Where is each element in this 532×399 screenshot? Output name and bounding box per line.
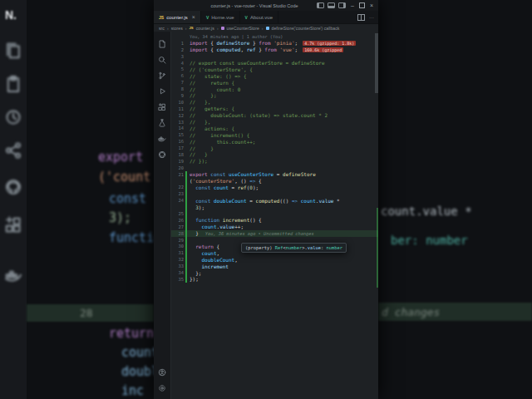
code-row[interactable]: 14// actions: { [171,125,378,131]
settings-icon[interactable] [158,380,166,396]
code-row[interactable]: 19// }); [171,158,378,165]
modified-line-marker [185,204,187,210]
line-number: 35 [171,277,184,282]
breadcrumb-file[interactable]: counter.js [196,26,214,31]
breadcrumb-symbol[interactable]: useCounterStore [227,26,259,31]
code-row[interactable]: 11// getters: { [171,106,378,112]
code-row[interactable]: 24 const doubleCount = computed(() => co… [171,197,378,204]
modified-line-marker [185,210,187,217]
code-row[interactable]: 25 [171,210,378,217]
line-number: 12 [171,113,184,118]
code-row[interactable]: 32 doubleCount, [171,256,378,263]
code-row[interactable]: 18// } [171,151,378,158]
code-row[interactable]: 15// increment() { [171,131,378,138]
line-number: 30 [171,244,184,249]
code-text: You, 34 minutes ago | 1 author (You) [190,33,378,39]
code-row[interactable]: 21export const useCounterStore = defineS… [171,171,378,178]
bg-line-number: 28 [80,307,93,319]
code-row[interactable]: 17// } [171,145,378,151]
vue-icon: V [206,15,209,20]
close-tab-icon[interactable]: × [192,14,195,20]
code-row[interactable]: 16// this.count++; [171,138,378,145]
code-row[interactable]: 12// doubleCount: (state) => state.count… [171,112,378,119]
tab-counter-js[interactable]: JS counter.js × [154,11,201,23]
maximize-button[interactable] [359,2,365,8]
toggle-secondary-sidebar-icon[interactable] [338,2,346,8]
code-row[interactable]: 8// count: 0 [171,86,378,92]
files-icon [4,42,22,60]
explorer-icon[interactable] [158,36,166,52]
code-text: // state: () => { [190,73,378,79]
code-row[interactable]: ('counterStore', () => { [171,178,378,185]
testing-icon[interactable] [158,115,166,131]
breadcrumb-callback[interactable]: defineStore('counterStore') callback [272,26,340,31]
code-row[interactable]: 3); [171,204,378,210]
modified-line-marker [185,106,187,112]
bg-logo: N. [5,8,17,22]
tab-bar: JS counter.js × V Home.vue V About.vue ·… [154,11,378,24]
code-text: const count = ref(0); [190,185,378,190]
modified-line-marker [185,86,187,92]
code-row[interactable]: 7// return { [171,79,378,86]
code-row[interactable]: 26 function increment() { [171,217,378,224]
code-row[interactable]: 5// ('counterStore', { [171,66,378,72]
search-icon[interactable] [158,52,166,67]
code-text: import { defineStore } from 'pinia';4.7k… [190,40,378,46]
code-row[interactable]: 33 increment [171,263,378,269]
code-row[interactable]: 22 const count = ref(0); [171,184,378,190]
more-actions-icon[interactable]: ··· [369,15,374,20]
close-button[interactable]: × [368,0,375,11]
code-row[interactable]: 9// }; [171,92,378,99]
code-row[interactable]: 2import { computed, ref } from 'vue';160… [171,47,378,53]
bg-code-fragment: export [98,150,143,165]
code-text: // actions: { [190,126,378,131]
docker-icon[interactable] [158,131,166,146]
github-icon[interactable] [158,146,166,162]
minimize-button[interactable]: – [349,0,356,11]
vscode-window: counter.js - vue-router - Visual Studio … [154,0,378,399]
tab-home-vue[interactable]: V Home.vue [201,11,240,23]
toggle-sidebar-icon[interactable] [317,2,324,8]
code-row[interactable]: 3 [171,53,378,60]
code-row[interactable]: 34 }; [171,269,378,276]
code-row[interactable]: 35}); [171,276,378,283]
modified-line-marker [185,171,187,178]
bg-code-fragment: const [109,191,146,206]
account-icon[interactable] [158,364,166,380]
split-editor-icon[interactable] [357,14,365,21]
line-number: 18 [171,152,184,157]
line-number: 13 [171,120,184,125]
line-number: 20 [171,165,184,170]
screen: N. export ('count const 3); function 28 … [0,0,532,399]
toggle-panel-icon[interactable] [328,2,335,8]
modified-line-marker [185,33,187,40]
line-number: 1 [171,41,184,46]
run-and-debug-icon[interactable] [158,83,166,99]
tab-about-vue[interactable]: V About.vue [240,11,278,23]
bg-tooltip-fragment: ber: number [391,234,468,247]
code-row[interactable]: 1import { defineStore } from 'pinia';4.7… [171,40,378,47]
modified-line-marker [185,99,187,106]
code-row[interactable]: 27 count.value++; [171,224,378,230]
code-row[interactable]: 13// }, [171,119,378,126]
source-control-icon[interactable] [158,67,166,83]
line-number: 27 [171,224,184,229]
activity-bar [154,32,171,399]
modified-line-marker [185,53,187,60]
code-row[interactable]: 28 }You, 36 minutes ago • Uncommitted ch… [171,230,378,237]
line-number: 32 [171,257,184,262]
extensions-icon[interactable] [158,99,166,115]
code-row[interactable]: 6// state: () => { [171,72,378,79]
code-row[interactable]: 20 [171,165,378,171]
code-row[interactable]: 10// }, [171,99,378,106]
editor[interactable]: You, 34 minutes ago | 1 author (You)1imp… [171,32,378,399]
modified-line-marker [185,276,187,283]
code-row[interactable]: You, 34 minutes ago | 1 author (You) [171,33,378,40]
symbol-callback-icon [266,27,269,30]
editor-scrollbar[interactable] [375,33,378,93]
breadcrumb-src[interactable]: src [159,26,165,31]
code-row[interactable]: 4// export const useCounterStore = defin… [171,60,378,66]
code-row[interactable]: 23 [171,190,378,197]
code-text: }You, 36 minutes ago • Uncommitted chang… [190,230,378,236]
breadcrumb-stores[interactable]: stores [171,26,183,31]
